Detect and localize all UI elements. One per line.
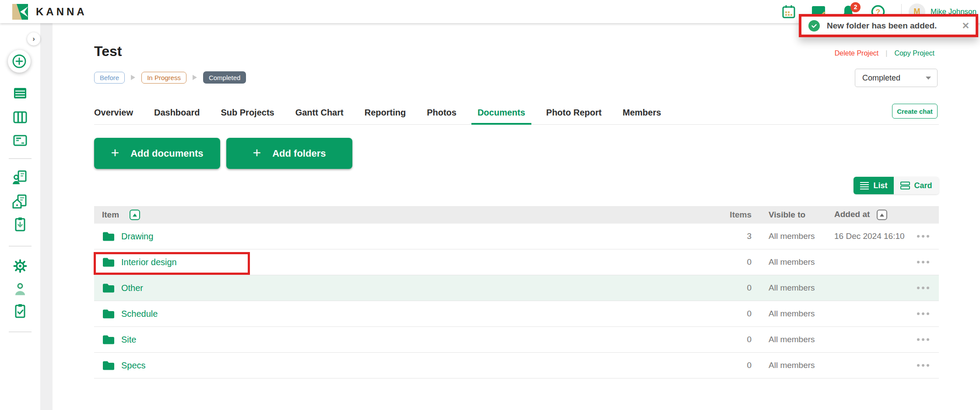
tab-photo-report[interactable]: Photo Report bbox=[546, 101, 602, 124]
row-menu-button[interactable] bbox=[917, 258, 939, 266]
status-dropdown-value: Completed bbox=[862, 74, 900, 83]
tab-overview[interactable]: Overview bbox=[94, 101, 133, 124]
delete-project-link[interactable]: Delete Project bbox=[835, 49, 879, 57]
sidebar-gutter bbox=[40, 23, 53, 410]
list-icon bbox=[860, 182, 869, 189]
clipboard-check-icon bbox=[12, 303, 28, 319]
sidebar-item-notes[interactable] bbox=[12, 133, 28, 148]
view-toggle-list[interactable]: List bbox=[854, 177, 894, 194]
table-row-site[interactable]: Site 0 All members bbox=[94, 327, 939, 353]
table-row-schedule[interactable]: Schedule 0 All members bbox=[94, 301, 939, 327]
tab-reporting[interactable]: Reporting bbox=[365, 101, 406, 124]
copy-project-link[interactable]: Copy Project bbox=[894, 49, 934, 57]
chevron-down-icon bbox=[926, 77, 931, 80]
list-label: List bbox=[873, 181, 887, 190]
card-icon bbox=[900, 182, 910, 189]
view-toggle-card[interactable]: Card bbox=[894, 177, 939, 194]
sort-added-at-button[interactable] bbox=[877, 210, 887, 220]
folder-icon bbox=[102, 257, 115, 268]
sidebar-add-button[interactable] bbox=[8, 50, 31, 73]
folder-link[interactable]: Drawing bbox=[121, 231, 153, 242]
column-added-at: Added at bbox=[834, 210, 917, 220]
plus-circle-icon bbox=[11, 53, 28, 70]
note-card-icon bbox=[12, 133, 28, 148]
status-flow: Before In Progress Completed bbox=[94, 71, 246, 84]
main-content: Test Before In Progress Completed Delete… bbox=[53, 23, 980, 410]
tab-gantt-chart[interactable]: Gantt Chart bbox=[295, 101, 344, 124]
folder-icon bbox=[102, 360, 115, 371]
add-folders-button[interactable]: + Add folders bbox=[226, 138, 352, 169]
folder-icon bbox=[102, 308, 115, 319]
flow-arrow-icon bbox=[193, 75, 197, 80]
folder-link[interactable]: Site bbox=[121, 335, 136, 345]
status-pill-before[interactable]: Before bbox=[94, 72, 125, 84]
logo[interactable]: KANNA bbox=[0, 3, 87, 21]
table-row-interior-design[interactable]: Interior design 0 All members bbox=[94, 249, 939, 275]
sidebar-item-profile[interactable] bbox=[12, 281, 28, 297]
sidebar-divider bbox=[9, 246, 32, 246]
house-document-icon bbox=[12, 194, 28, 210]
person-document-icon bbox=[12, 170, 28, 186]
column-item: Item bbox=[94, 210, 724, 220]
add-documents-button[interactable]: + Add documents bbox=[94, 138, 220, 169]
row-menu-button[interactable] bbox=[917, 232, 939, 240]
row-menu-button[interactable] bbox=[917, 284, 939, 292]
page-title: Test bbox=[94, 43, 122, 60]
tab-sub-projects[interactable]: Sub Projects bbox=[221, 101, 274, 124]
sidebar: › bbox=[0, 23, 40, 410]
sidebar-item-partners[interactable] bbox=[12, 170, 28, 186]
app: KANNA bbox=[0, 0, 980, 410]
folder-icon bbox=[102, 283, 115, 294]
columns-board-icon bbox=[12, 109, 28, 125]
toast-success: New folder has been added. ✕ bbox=[799, 14, 978, 37]
success-check-icon bbox=[808, 20, 820, 32]
folder-link[interactable]: Interior design bbox=[121, 257, 177, 267]
toast-message: New folder has been added. bbox=[827, 21, 937, 31]
status-pill-in-progress[interactable]: In Progress bbox=[141, 72, 186, 84]
tabs-bar: Overview Dashboard Sub Projects Gantt Ch… bbox=[94, 101, 939, 125]
flow-arrow-icon bbox=[131, 75, 135, 80]
add-documents-label: Add documents bbox=[130, 148, 203, 159]
sort-item-button[interactable] bbox=[130, 210, 140, 220]
table-header: Item Items Visible to Added at bbox=[94, 206, 939, 224]
gear-icon bbox=[12, 258, 28, 274]
person-icon bbox=[12, 281, 28, 297]
logo-text: KANNA bbox=[36, 6, 87, 18]
notification-badge: 2 bbox=[850, 2, 861, 12]
sidebar-item-list[interactable] bbox=[12, 85, 28, 101]
sidebar-divider bbox=[9, 158, 32, 159]
folder-icon bbox=[102, 334, 115, 345]
table-row-specs[interactable]: Specs 0 All members bbox=[94, 353, 939, 378]
row-menu-button[interactable] bbox=[917, 336, 939, 343]
sidebar-item-sites[interactable] bbox=[12, 194, 28, 210]
card-label: Card bbox=[914, 181, 932, 190]
status-pill-completed[interactable]: Completed bbox=[203, 71, 246, 84]
actions-divider: | bbox=[885, 49, 887, 57]
list-rows-icon bbox=[12, 85, 28, 101]
calendar-icon[interactable] bbox=[780, 4, 797, 20]
row-menu-button[interactable] bbox=[917, 361, 939, 369]
status-dropdown[interactable]: Completed bbox=[855, 69, 938, 87]
project-actions: Delete Project | Copy Project bbox=[835, 49, 934, 57]
tab-dashboard[interactable]: Dashboard bbox=[154, 101, 200, 124]
tab-documents[interactable]: Documents bbox=[478, 101, 525, 124]
sidebar-item-settings[interactable] bbox=[12, 258, 28, 274]
sidebar-divider bbox=[9, 332, 32, 332]
kanna-logo-icon bbox=[11, 3, 29, 21]
table-row-drawing[interactable]: Drawing 3 All members 16 Dec 2024 16:10 bbox=[94, 224, 939, 249]
table-row-other[interactable]: Other 0 All members bbox=[94, 275, 939, 301]
folder-link[interactable]: Schedule bbox=[121, 309, 158, 319]
plus-icon: + bbox=[111, 146, 119, 160]
folder-link[interactable]: Other bbox=[121, 283, 143, 293]
tab-photos[interactable]: Photos bbox=[427, 101, 457, 124]
create-chat-button[interactable]: Create chat bbox=[892, 104, 938, 119]
folder-link[interactable]: Specs bbox=[121, 361, 146, 371]
sidebar-item-import[interactable] bbox=[12, 217, 28, 232]
sidebar-item-board[interactable] bbox=[12, 109, 28, 125]
folder-icon bbox=[102, 231, 115, 242]
tab-members[interactable]: Members bbox=[622, 101, 661, 124]
sidebar-item-tasks[interactable] bbox=[12, 303, 28, 319]
toast-close-icon[interactable]: ✕ bbox=[962, 21, 969, 31]
sidebar-expand-button[interactable]: › bbox=[27, 32, 40, 46]
row-menu-button[interactable] bbox=[917, 310, 939, 318]
